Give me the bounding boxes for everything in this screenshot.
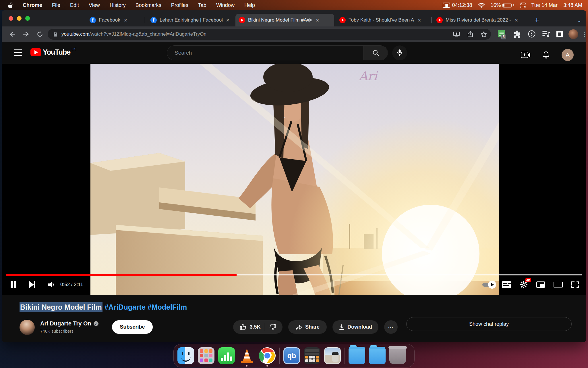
dock-trash-icon[interactable] bbox=[389, 347, 406, 364]
screenshot-extension-icon[interactable] bbox=[556, 30, 563, 38]
dark-reader-icon[interactable] bbox=[528, 30, 536, 38]
url-text[interactable]: youtube.com/watch?v=J1ZlMlqq-ag&ab_chann… bbox=[61, 31, 206, 37]
dock-folder-icon[interactable] bbox=[369, 347, 386, 364]
tab-close-icon[interactable]: ✕ bbox=[514, 18, 518, 23]
dock-calculator-icon[interactable] bbox=[304, 347, 320, 364]
new-tab-button[interactable]: + bbox=[535, 17, 539, 23]
fullscreen-button[interactable] bbox=[571, 281, 579, 288]
search-button[interactable] bbox=[363, 46, 388, 60]
youtube-play-icon bbox=[30, 48, 41, 56]
dock-vlc-icon[interactable] bbox=[239, 347, 255, 364]
lock-icon[interactable] bbox=[53, 32, 57, 37]
hashtag-links[interactable]: #AriDugarte #ModelFilm bbox=[102, 303, 187, 311]
subscribe-button[interactable]: Subscribe bbox=[112, 320, 153, 334]
search-bar[interactable] bbox=[167, 45, 388, 60]
settings-button[interactable]: 4K bbox=[520, 281, 528, 289]
save-page-icon[interactable] bbox=[453, 31, 460, 37]
dock-qbittorrent-icon[interactable]: qb bbox=[283, 347, 300, 364]
menu-item-view[interactable]: View bbox=[89, 2, 100, 8]
player-controls: 0:52 / 2:11 4K bbox=[2, 277, 586, 292]
notifications-bell-icon[interactable] bbox=[543, 51, 550, 59]
dock-chrome-icon[interactable] bbox=[259, 347, 276, 364]
forward-button[interactable] bbox=[23, 31, 29, 37]
miniplayer-button[interactable] bbox=[536, 281, 545, 288]
tab-close-icon[interactable]: ✕ bbox=[417, 18, 421, 23]
menu-item-window[interactable]: Window bbox=[216, 2, 235, 8]
tab-miss-riviera[interactable]: Miss Riviera del Brenta 2022 - ✕ bbox=[433, 14, 526, 26]
back-button[interactable] bbox=[9, 31, 16, 37]
menu-item-tab[interactable]: Tab bbox=[198, 2, 206, 8]
channel-name-row[interactable]: Ari Dugarte Try On ✓ bbox=[40, 320, 98, 327]
volume-button[interactable] bbox=[48, 281, 55, 288]
tab-close-icon[interactable]: ✕ bbox=[124, 18, 127, 23]
tab-toby-keith[interactable]: Toby Keith - Should've Been A ✕ bbox=[336, 14, 430, 26]
autoplay-toggle[interactable] bbox=[482, 283, 493, 287]
tab-close-icon[interactable]: ✕ bbox=[226, 18, 230, 23]
dislike-icon[interactable] bbox=[269, 324, 276, 331]
subtitles-button[interactable] bbox=[502, 281, 511, 288]
account-avatar[interactable]: A bbox=[562, 49, 574, 61]
extension-notes-icon[interactable]: 5 bbox=[497, 29, 506, 38]
address-bar[interactable]: youtube.com/watch?v=J1ZlMlqq-ag&ab_chann… bbox=[48, 29, 491, 40]
reload-button[interactable] bbox=[37, 31, 43, 37]
menu-item-file[interactable]: File bbox=[52, 2, 60, 8]
channel-avatar[interactable] bbox=[20, 320, 35, 335]
menu-item-profiles[interactable]: Profiles bbox=[171, 2, 188, 8]
dock-finder-icon[interactable] bbox=[177, 347, 194, 364]
share-button[interactable]: Share bbox=[288, 320, 327, 334]
dock-folder-icon[interactable] bbox=[349, 347, 365, 364]
video-player[interactable]: Ari 0:52 / 2:11 4K bbox=[2, 64, 586, 295]
tab-active-bikini-negro-model-film[interactable]: Bikini Negro Model Film #A ✕ bbox=[235, 14, 334, 26]
channel-name[interactable]: Ari Dugarte Try On bbox=[40, 320, 91, 327]
control-center-icon[interactable] bbox=[520, 3, 526, 8]
next-button[interactable] bbox=[29, 281, 36, 288]
share-icon bbox=[295, 324, 302, 330]
apple-logo-icon bbox=[8, 2, 13, 8]
menu-item-history[interactable]: History bbox=[110, 2, 126, 8]
menu-item-edit[interactable]: Edit bbox=[70, 2, 79, 8]
dock-numbers-icon[interactable] bbox=[218, 347, 235, 364]
profile-avatar[interactable] bbox=[568, 29, 578, 39]
tab-title: Bikini Negro Model Film #A bbox=[248, 17, 307, 23]
apple-menu[interactable] bbox=[8, 2, 13, 8]
close-window-button[interactable] bbox=[9, 16, 13, 21]
menu-item-bookmarks[interactable]: Bookmarks bbox=[136, 2, 161, 8]
like-count[interactable]: 3.5K bbox=[249, 324, 260, 330]
voice-search-button[interactable] bbox=[392, 45, 407, 60]
pause-button[interactable] bbox=[10, 281, 17, 288]
search-input[interactable] bbox=[175, 50, 335, 56]
more-actions-button[interactable]: ⋯ bbox=[384, 320, 398, 334]
guide-menu-icon[interactable] bbox=[14, 49, 22, 56]
zoom-window-button[interactable] bbox=[25, 16, 30, 21]
quality-badge: 4K bbox=[525, 278, 531, 282]
progress-bar[interactable] bbox=[6, 274, 582, 275]
show-chat-replay-button[interactable]: Show chat replay bbox=[406, 317, 572, 331]
video-frame[interactable]: Ari bbox=[90, 64, 499, 295]
menubar-clock[interactable]: 3:48 AM bbox=[563, 2, 582, 8]
tab-search-chevron-icon[interactable]: ⌄ bbox=[577, 17, 581, 24]
screen-record-timer[interactable]: 04:12:38 bbox=[443, 2, 472, 8]
battery-indicator[interactable]: 16% bbox=[491, 2, 514, 8]
theater-mode-button[interactable] bbox=[554, 282, 563, 288]
minimize-window-button[interactable] bbox=[17, 16, 22, 21]
tab-audio-icon[interactable] bbox=[307, 18, 312, 22]
chrome-menu-icon[interactable]: ⋮ bbox=[582, 31, 586, 38]
menu-item-chrome[interactable]: Chrome bbox=[23, 2, 42, 8]
dock-preview-image-icon[interactable] bbox=[324, 347, 341, 364]
tab-close-icon[interactable]: ✕ bbox=[316, 18, 319, 23]
download-button[interactable]: Download bbox=[332, 320, 378, 334]
wifi-icon[interactable] bbox=[478, 3, 485, 8]
tab-lehan-facebook[interactable]: f Lehan Edirisinghe | Facebook ✕ bbox=[147, 14, 233, 26]
menubar-date[interactable]: Tue 14 Mar bbox=[531, 2, 558, 8]
playlist-extension-icon[interactable] bbox=[542, 30, 550, 38]
like-icon[interactable] bbox=[240, 324, 247, 331]
share-page-icon[interactable] bbox=[467, 31, 473, 37]
youtube-wordmark: YouTube bbox=[43, 48, 70, 56]
youtube-logo[interactable]: YouTube LK bbox=[30, 48, 76, 56]
extensions-puzzle-icon[interactable] bbox=[513, 30, 521, 38]
menu-item-help[interactable]: Help bbox=[244, 2, 255, 8]
dock-launchpad-icon[interactable] bbox=[198, 347, 214, 364]
bookmark-star-icon[interactable] bbox=[481, 31, 487, 37]
tab-facebook[interactable]: f Facebook ✕ bbox=[86, 14, 142, 26]
create-video-icon[interactable] bbox=[521, 51, 531, 58]
